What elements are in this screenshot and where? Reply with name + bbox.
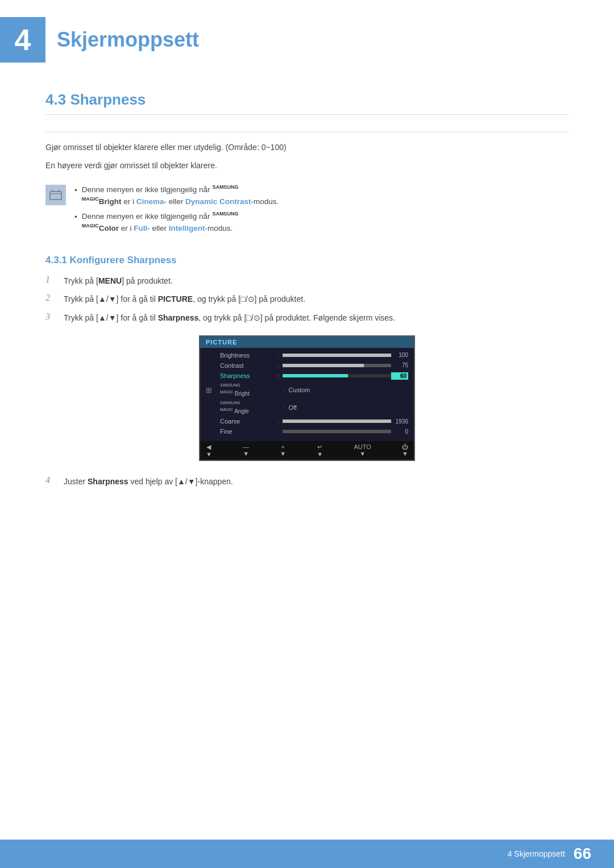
val-sharpness: 60 bbox=[391, 372, 408, 380]
section-heading: Sharpness bbox=[70, 91, 146, 108]
step-1: 1 Trykk på [MENU] på produktet. bbox=[45, 275, 569, 287]
chapter-number: 4 bbox=[15, 23, 31, 57]
note-icon bbox=[45, 185, 66, 205]
bar-sharpness bbox=[283, 374, 391, 377]
val-coarse: 1936 bbox=[391, 418, 408, 425]
bar-coarse bbox=[283, 420, 391, 423]
btn-icon-2: —▼ bbox=[243, 443, 249, 458]
menu-row-sharpness: Sharpness : 60 bbox=[200, 371, 414, 381]
menu-row-fine: Fine : 0 bbox=[200, 426, 414, 437]
note-text-2: Denne menyen er ikke tilgjengelig når SA… bbox=[82, 210, 239, 234]
chapter-title: Skjermoppsett bbox=[57, 28, 199, 52]
val-contrast: 75 bbox=[391, 362, 408, 368]
description-1: Gjør omrisset til objekter klarere eller… bbox=[45, 141, 569, 153]
monitor-mockup: PICTURE Brightness : 100 Contrast bbox=[45, 335, 569, 461]
bullet-2: • bbox=[74, 211, 77, 223]
btn-icon-power: ⏻▼ bbox=[402, 443, 408, 458]
label-fine: Fine bbox=[220, 428, 274, 435]
menu-row-magic-angle: SAMSUNGMAGIC Angle : Off bbox=[200, 399, 414, 417]
val-magic-bright: Custom bbox=[288, 387, 408, 393]
label-magic-angle: SAMSUNGMAGIC Angle bbox=[220, 401, 280, 415]
page-header: 4 Skjermoppsett bbox=[0, 0, 614, 74]
val-magic-angle: Off bbox=[288, 404, 408, 411]
description-2: En høyere verdi gjør omrisset til objekt… bbox=[45, 159, 569, 172]
step-number-4: 4 bbox=[45, 475, 57, 485]
val-brightness: 100 bbox=[391, 352, 408, 358]
subsection-number: 4.3.1 bbox=[45, 255, 70, 265]
divider bbox=[45, 132, 569, 132]
note-lines: • Denne menyen er ikke tilgjengelig når … bbox=[74, 184, 569, 238]
label-magic-bright: SAMSUNGMAGIC Bright bbox=[220, 383, 280, 397]
menu-row-magic-bright: ⊞ SAMSUNGMAGIC Bright : Custom bbox=[200, 381, 414, 399]
footer-text: 4 Skjermoppsett bbox=[508, 849, 565, 858]
main-content: 4.3 Sharpness Gjør omrisset til objekter… bbox=[0, 80, 614, 539]
chapter-number-box: 4 bbox=[0, 17, 45, 63]
note-box: • Denne menyen er ikke tilgjengelig når … bbox=[45, 184, 569, 238]
btn-icon-3: +▼ bbox=[280, 443, 286, 458]
menu-row-brightness: Brightness : 100 bbox=[200, 350, 414, 360]
label-sharpness: Sharpness bbox=[220, 372, 274, 379]
step-4: 4 Juster Sharpness ved hjelp av [▲/▼]-kn… bbox=[45, 475, 569, 488]
val-fine: 0 bbox=[391, 429, 408, 435]
step-3: 3 Trykk på [▲/▼] for å gå til Sharpness,… bbox=[45, 312, 569, 324]
step-text-1: Trykk på [MENU] på produktet. bbox=[64, 275, 173, 287]
menu-row-coarse: Coarse : 1936 bbox=[200, 416, 414, 426]
section-title: 4.3 Sharpness bbox=[45, 91, 569, 115]
monitor-screen: PICTURE Brightness : 100 Contrast bbox=[199, 335, 415, 461]
monitor-header: PICTURE bbox=[200, 337, 414, 348]
monitor-bottom-bar: ◀▼ —▼ +▼ ↵▼ AUTO▼ ⏻▼ bbox=[200, 441, 414, 460]
note-line-1: • Denne menyen er ikke tilgjengelig når … bbox=[74, 184, 569, 207]
step-number-2: 2 bbox=[45, 293, 57, 303]
step-2: 2 Trykk på [▲/▼] for å gå til PICTURE, o… bbox=[45, 293, 569, 305]
step-text-4: Juster Sharpness ved hjelp av [▲/▼]-knap… bbox=[64, 475, 233, 488]
svg-rect-0 bbox=[50, 192, 61, 200]
label-brightness: Brightness bbox=[220, 352, 274, 359]
step-text-3: Trykk på [▲/▼] for å gå til Sharpness, o… bbox=[64, 312, 395, 324]
btn-icon-4: ↵▼ bbox=[317, 443, 323, 458]
label-coarse: Coarse bbox=[220, 418, 274, 425]
step-number-3: 3 bbox=[45, 312, 57, 322]
section-number: 4.3 bbox=[45, 91, 70, 108]
subsection-title: 4.3.1 Konfigurere Sharpness bbox=[45, 255, 569, 266]
note-line-2: • Denne menyen er ikke tilgjengelig når … bbox=[74, 210, 569, 234]
bar-fine bbox=[283, 430, 391, 433]
menu-icon: ⊞ bbox=[206, 386, 212, 394]
page-footer: 4 Skjermoppsett 66 bbox=[0, 840, 614, 868]
menu-row-contrast: Contrast : 75 bbox=[200, 360, 414, 371]
btn-icon-auto: AUTO▼ bbox=[354, 443, 371, 458]
label-contrast: Contrast bbox=[220, 362, 274, 369]
page-number: 66 bbox=[574, 845, 591, 863]
step-text-2: Trykk på [▲/▼] for å gå til PICTURE, og … bbox=[64, 293, 305, 305]
steps-list: 1 Trykk på [MENU] på produktet. 2 Trykk … bbox=[45, 275, 569, 488]
monitor-menu: Brightness : 100 Contrast : bbox=[200, 348, 414, 439]
step-number-1: 1 bbox=[45, 275, 57, 285]
bullet-1: • bbox=[74, 185, 77, 196]
bar-contrast bbox=[283, 364, 391, 367]
btn-icon-1: ◀▼ bbox=[206, 443, 212, 458]
subsection-heading: Konfigurere Sharpness bbox=[70, 255, 177, 265]
note-text-1: Denne menyen er ikke tilgjengelig når SA… bbox=[82, 184, 279, 207]
bar-brightness bbox=[283, 354, 391, 357]
